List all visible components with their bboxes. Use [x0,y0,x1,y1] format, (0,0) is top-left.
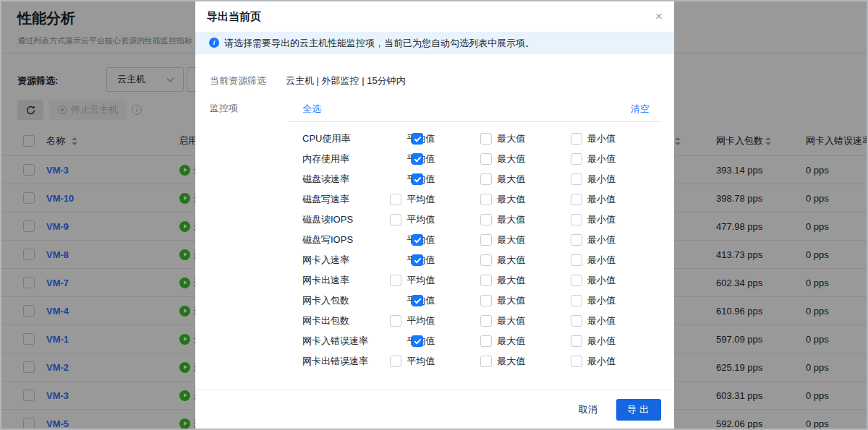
max-checkbox[interactable] [480,275,492,286]
max-checkbox[interactable] [480,315,492,327]
avg-checkbox[interactable] [390,194,401,205]
max-label[interactable]: 最大值 [497,132,525,145]
metric-max-option[interactable]: 最大值 [480,274,571,287]
metric-max-option[interactable]: 最大值 [480,294,571,307]
metric-max-option[interactable]: 最大值 [480,132,571,145]
max-label[interactable]: 最大值 [497,335,525,348]
avg-checkbox[interactable] [412,153,423,165]
min-label[interactable]: 最小值 [587,314,616,327]
avg-checkbox[interactable] [412,133,423,145]
max-label[interactable]: 最大值 [497,274,525,287]
metric-avg-option[interactable]: 平均值 [390,213,480,226]
metric-avg-option[interactable]: 平均值 [390,173,480,186]
avg-checkbox[interactable] [390,356,401,367]
metric-avg-option[interactable]: 平均值 [390,294,480,307]
max-checkbox[interactable] [480,214,492,225]
metric-min-option[interactable]: 最小值 [571,213,661,226]
max-checkbox[interactable] [480,173,492,185]
max-label[interactable]: 最大值 [497,233,525,246]
metric-min-option[interactable]: 最小值 [571,173,661,186]
metric-max-option[interactable]: 最大值 [480,335,571,348]
avg-checkbox[interactable] [412,295,423,306]
metric-min-option[interactable]: 最小值 [571,274,661,287]
metric-min-option[interactable]: 最小值 [571,193,661,206]
min-checkbox[interactable] [571,295,582,306]
min-checkbox[interactable] [571,214,582,225]
metric-max-option[interactable]: 最大值 [480,314,571,327]
min-label[interactable]: 最小值 [587,193,616,206]
min-label[interactable]: 最小值 [587,132,616,145]
max-checkbox[interactable] [480,194,492,205]
clear-all-link[interactable]: 清空 [631,103,650,116]
metric-avg-option[interactable]: 平均值 [390,355,480,368]
metric-avg-option[interactable]: 平均值 [390,274,480,287]
max-label[interactable]: 最大值 [497,294,525,307]
avg-label[interactable]: 平均值 [407,314,435,327]
metric-avg-option[interactable]: 平均值 [390,193,480,206]
min-label[interactable]: 最小值 [587,274,616,287]
metric-min-option[interactable]: 最小值 [571,335,661,348]
min-label[interactable]: 最小值 [587,233,616,246]
metric-max-option[interactable]: 最大值 [480,254,571,267]
min-label[interactable]: 最小值 [587,355,616,368]
min-label[interactable]: 最小值 [587,294,616,307]
min-label[interactable]: 最小值 [587,152,616,165]
avg-checkbox[interactable] [390,315,401,327]
min-label[interactable]: 最小值 [587,213,616,226]
min-checkbox[interactable] [571,133,582,145]
metric-max-option[interactable]: 最大值 [480,193,571,206]
max-checkbox[interactable] [480,254,492,266]
metric-min-option[interactable]: 最小值 [571,294,661,307]
metric-min-option[interactable]: 最小值 [571,152,661,165]
metric-avg-option[interactable]: 平均值 [390,233,480,246]
avg-checkbox[interactable] [390,214,401,225]
min-checkbox[interactable] [571,153,582,165]
min-checkbox[interactable] [571,315,582,327]
max-label[interactable]: 最大值 [497,152,525,165]
min-checkbox[interactable] [571,254,582,266]
export-button[interactable]: 导出 [616,399,661,421]
min-label[interactable]: 最小值 [587,173,616,186]
avg-checkbox[interactable] [412,254,423,266]
metric-max-option[interactable]: 最大值 [480,152,571,165]
min-label[interactable]: 最小值 [587,335,616,348]
max-checkbox[interactable] [480,133,492,145]
select-all-link[interactable]: 全选 [302,103,321,116]
avg-label[interactable]: 平均值 [407,213,435,226]
max-checkbox[interactable] [480,356,492,367]
min-checkbox[interactable] [571,275,582,286]
avg-checkbox[interactable] [412,234,423,246]
metric-min-option[interactable]: 最小值 [571,355,661,368]
avg-checkbox[interactable] [412,173,423,185]
max-checkbox[interactable] [480,234,492,246]
metric-min-option[interactable]: 最小值 [571,254,661,267]
metric-max-option[interactable]: 最大值 [480,355,571,368]
avg-label[interactable]: 平均值 [407,355,435,368]
avg-label[interactable]: 平均值 [407,274,435,287]
min-checkbox[interactable] [571,173,582,185]
min-checkbox[interactable] [571,335,582,347]
max-label[interactable]: 最大值 [497,355,525,368]
max-checkbox[interactable] [480,335,492,347]
min-label[interactable]: 最小值 [587,254,616,267]
max-label[interactable]: 最大值 [497,254,525,267]
avg-checkbox[interactable] [390,275,401,286]
metric-avg-option[interactable]: 平均值 [390,335,480,348]
min-checkbox[interactable] [571,356,582,367]
cancel-button[interactable]: 取消 [576,399,600,421]
metric-avg-option[interactable]: 平均值 [390,254,480,267]
metric-min-option[interactable]: 最小值 [571,132,661,145]
metric-max-option[interactable]: 最大值 [480,173,571,186]
metric-avg-option[interactable]: 平均值 [390,132,480,145]
avg-label[interactable]: 平均值 [407,193,435,206]
min-checkbox[interactable] [571,234,582,246]
metric-min-option[interactable]: 最小值 [571,314,661,327]
max-label[interactable]: 最大值 [497,193,525,206]
close-icon[interactable]: × [655,1,663,32]
max-checkbox[interactable] [480,295,492,306]
metric-avg-option[interactable]: 平均值 [390,152,480,165]
max-label[interactable]: 最大值 [497,173,525,186]
max-label[interactable]: 最大值 [497,314,525,327]
metric-max-option[interactable]: 最大值 [480,213,571,226]
max-label[interactable]: 最大值 [497,213,525,226]
